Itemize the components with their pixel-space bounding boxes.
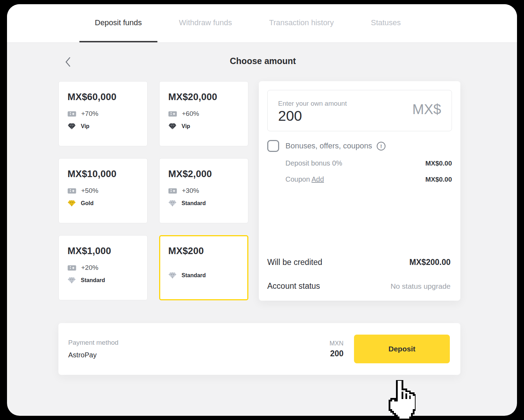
- coupon-ticket-icon: [168, 111, 177, 117]
- title-row: Choose amount: [58, 43, 467, 81]
- amount-cards-grid: MX$60,000 +70% Vip MX$20,000 +60%: [58, 81, 248, 301]
- bonuses-checkbox-label: Bonuses, offers, coupons: [285, 141, 372, 150]
- payment-method-block[interactable]: Payment method AstroPay: [68, 339, 330, 359]
- coupon-ticket-icon: [68, 111, 76, 117]
- diamond-icon: [68, 123, 76, 130]
- bonus-row: +20%: [68, 264, 139, 272]
- custom-amount-box[interactable]: Enter your own amount MX$: [267, 90, 452, 131]
- bonus-row: +50%: [68, 187, 139, 195]
- amount-card-value: MX$60,000: [68, 92, 139, 103]
- tier-label: Standard: [182, 272, 206, 279]
- payment-amount-block: MXN 200: [330, 340, 344, 358]
- coupon-value: MX$0.00: [425, 176, 452, 183]
- summary-block: Will be credited MX$200.00 Account statu…: [267, 258, 452, 291]
- amount-card-1000[interactable]: MX$1,000 +20% Standard: [58, 235, 148, 300]
- credited-value: MX$200.00: [409, 258, 451, 267]
- amount-summary-panel: Enter your own amount MX$ Bonuses, offer…: [259, 81, 460, 301]
- coupon-row: Coupon Add MX$0.00: [285, 175, 452, 183]
- bonus-row: +30%: [168, 187, 239, 195]
- tab-statuses[interactable]: Statuses: [355, 4, 416, 42]
- amount-card-200-selected[interactable]: MX$200 Standard: [159, 235, 248, 300]
- bonus-percent: +30%: [182, 187, 199, 195]
- page-title: Choose amount: [58, 56, 467, 66]
- deposit-bonus-value: MX$0.00: [425, 160, 452, 167]
- diamond-icon: [68, 277, 76, 284]
- bonuses-checkbox-row: Bonuses, offers, coupons !: [267, 140, 452, 152]
- custom-amount-input[interactable]: [278, 108, 394, 124]
- bonuses-checkbox[interactable]: [267, 140, 279, 152]
- amount-card-value: MX$10,000: [68, 169, 139, 180]
- payment-bar: Payment method AstroPay MXN 200 Deposit: [58, 323, 460, 375]
- info-icon[interactable]: !: [377, 142, 385, 150]
- account-status-value: No status upgrade: [390, 282, 451, 290]
- tier-row: Standard: [168, 272, 239, 279]
- bonus-details: Deposit bonus 0% MX$0.00 Coupon Add MX$0…: [285, 159, 452, 191]
- amount-card-value: MX$2,000: [168, 169, 239, 180]
- account-status-label: Account status: [267, 281, 320, 291]
- coupon-ticket-icon: [168, 188, 177, 194]
- bonus-percent: +20%: [81, 264, 98, 272]
- diamond-icon: [168, 123, 177, 130]
- amount-card-10000[interactable]: MX$10,000 +50% Gold: [58, 158, 148, 223]
- bonus-percent: +70%: [81, 110, 98, 118]
- amount-card-20000[interactable]: MX$20,000 +60% Vip: [159, 81, 248, 146]
- diamond-icon: [68, 200, 76, 207]
- bonus-percent: +60%: [182, 110, 199, 118]
- payment-method-value: AstroPay: [68, 351, 330, 359]
- bonus-row: +70%: [68, 110, 139, 118]
- tab-transaction-history[interactable]: Transaction history: [254, 4, 349, 42]
- diamond-icon: [168, 272, 177, 279]
- coupon-label: Coupon Add: [285, 175, 324, 183]
- tab-withdraw-funds[interactable]: Withdraw funds: [164, 4, 248, 42]
- coupon-label-text: Coupon: [285, 175, 310, 183]
- tier-label: Gold: [81, 200, 93, 206]
- tier-label: Vip: [182, 123, 190, 130]
- tier-label: Standard: [81, 277, 105, 284]
- content-area: Choose amount MX$60,000 +70% Vip MX$20: [7, 43, 517, 375]
- tier-label: Vip: [81, 123, 90, 130]
- amount-card-60000[interactable]: MX$60,000 +70% Vip: [58, 81, 148, 146]
- amount-card-value: MX$200: [168, 246, 239, 257]
- tabs-bar: Deposit funds Withdraw funds Transaction…: [7, 4, 517, 43]
- amount-card-value: MX$20,000: [168, 92, 239, 103]
- amount-card-2000[interactable]: MX$2,000 +30% Standard: [159, 158, 248, 223]
- amount-card-value: MX$1,000: [68, 246, 139, 257]
- payment-amount-value: 200: [330, 349, 344, 358]
- deposit-page: Deposit funds Withdraw funds Transaction…: [7, 4, 517, 416]
- tier-row: Standard: [68, 277, 139, 284]
- tier-label: Standard: [182, 200, 206, 206]
- deposit-bonus-row: Deposit bonus 0% MX$0.00: [285, 159, 452, 167]
- payment-method-label: Payment method: [68, 339, 330, 346]
- deposit-bonus-label: Deposit bonus 0%: [285, 159, 342, 167]
- tier-row: Standard: [168, 200, 239, 207]
- bonus-row: +60%: [168, 110, 239, 118]
- tier-row: Vip: [168, 123, 239, 130]
- deposit-button[interactable]: Deposit: [354, 335, 450, 363]
- coupon-add-link[interactable]: Add: [312, 175, 324, 183]
- account-status-row: Account status No status upgrade: [267, 281, 452, 291]
- currency-suffix: MX$: [412, 102, 441, 117]
- coupon-ticket-icon: [68, 188, 76, 194]
- coupon-ticket-icon: [68, 265, 76, 271]
- tier-row: Gold: [68, 200, 139, 207]
- payment-currency-code: MXN: [330, 340, 344, 347]
- credited-label: Will be credited: [267, 258, 322, 267]
- bonus-percent: +50%: [81, 187, 98, 195]
- tab-deposit-funds[interactable]: Deposit funds: [79, 4, 157, 42]
- credited-row: Will be credited MX$200.00: [267, 258, 452, 267]
- tier-row: Vip: [68, 123, 139, 130]
- diamond-icon: [168, 200, 177, 207]
